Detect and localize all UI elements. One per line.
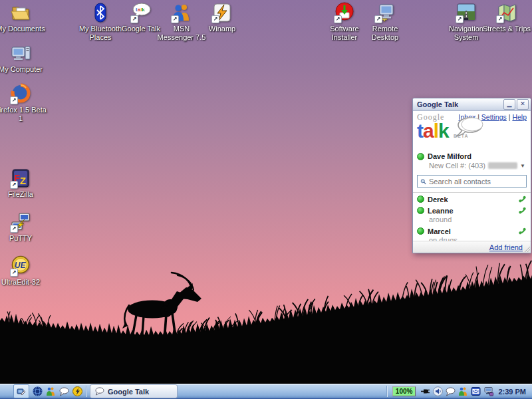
contact-row[interactable]: Leanne	[413, 204, 531, 215]
contact-row[interactable]: Marcel	[413, 225, 531, 236]
show-desktop-button[interactable]	[13, 384, 29, 398]
call-phone-icon[interactable]	[518, 227, 527, 235]
tray-divider	[386, 386, 387, 397]
shortcut-arrow-icon: ↗	[130, 15, 138, 23]
contact-name: Derek	[428, 196, 515, 203]
system-tray: 100%	[383, 386, 532, 397]
shortcut-arrow-icon: ↗	[211, 15, 219, 23]
contact-row[interactable]: Derek	[413, 193, 531, 204]
computer-icon	[10, 43, 31, 64]
desktop-icon-putty[interactable]: ↗ PuTTY	[0, 211, 47, 243]
speech-bubble-icon	[94, 387, 104, 396]
desktop-icon-remote-desktop[interactable]: ↗ Remote Desktop	[358, 2, 412, 42]
svg-text:Z: Z	[20, 175, 26, 186]
settings-link[interactable]: Settings	[481, 113, 507, 121]
battery-indicator[interactable]: 100%	[392, 386, 416, 396]
contact-list: Derek Leanne around Marcel on drugs kuci…	[413, 192, 531, 241]
self-status-area[interactable]: Dave Milford New Cell #: (403) ▼	[413, 151, 531, 174]
quick-launch-bar	[0, 384, 82, 398]
resize-grip[interactable]	[523, 245, 530, 252]
google-talk-quicklaunch-icon[interactable]	[59, 386, 69, 397]
shortcut-arrow-icon: ↗	[10, 225, 18, 233]
desktop-icon-ultraedit[interactable]: UE ↗ UltraEdit-32	[0, 255, 47, 287]
icon-label: Firefox 1.5 Beta 1	[0, 106, 47, 123]
search-icon	[420, 178, 426, 186]
search-input[interactable]	[429, 178, 523, 186]
icon-label: FileZilla	[0, 190, 47, 199]
presence-dot-online	[417, 227, 424, 235]
minimize-button[interactable]: ▁	[503, 99, 515, 110]
close-button[interactable]: ✕	[517, 99, 529, 110]
contact-search-box[interactable]	[417, 175, 527, 188]
bluetooth-icon	[90, 2, 111, 23]
status-dropdown-arrow-icon[interactable]: ▼	[520, 163, 525, 169]
speech-bubble-logo-icon	[453, 116, 485, 139]
presence-dot-online	[417, 196, 424, 203]
desktop-icon-filezilla[interactable]: F Z ↗ FileZilla	[0, 168, 47, 199]
remote-desktop-icon: ↗	[374, 2, 396, 23]
desktop-icon-my-computer[interactable]: My Computer	[0, 43, 47, 74]
contact-name: Marcel	[428, 227, 515, 235]
icon-label: My Computer	[0, 65, 47, 74]
desktop-icon-streets-trips[interactable]: ↗ Streets & Trips	[480, 2, 532, 33]
show-desktop-icon	[17, 387, 26, 396]
icon-label: PuTTY	[0, 234, 47, 243]
desktop-icon-my-documents[interactable]: My Documents	[0, 2, 47, 33]
call-phone-icon[interactable]	[518, 195, 527, 203]
power-plug-icon[interactable]	[420, 386, 430, 397]
presence-dot-online	[417, 207, 424, 214]
gtalk-header: Inbox | Settings | Help Google talk BETA	[413, 111, 531, 151]
shortcut-arrow-icon: ↗	[374, 15, 382, 23]
ultraedit-icon: UE ↗	[10, 255, 31, 277]
network-computers-icon[interactable]	[483, 386, 493, 397]
msn-messenger-tray-icon[interactable]	[458, 386, 468, 397]
shortcut-arrow-icon: ↗	[171, 15, 179, 23]
icon-label: Winamp	[196, 25, 249, 33]
self-status-text: New Cell #: (403)	[429, 162, 485, 170]
gtalk-bubble-icon: talk ↗	[130, 2, 152, 23]
contact-status: around	[413, 215, 531, 225]
taskbar: Google Talk 100%	[0, 384, 532, 399]
window-title: Google Talk	[417, 100, 502, 108]
shortcut-arrow-icon: ↗	[496, 15, 504, 23]
msn-people-icon: ↗	[171, 2, 192, 23]
help-link[interactable]: Help	[512, 113, 527, 121]
svg-text:talk: talk	[136, 7, 145, 13]
putty-icon: ↗	[10, 211, 31, 233]
shortcut-arrow-icon: ↗	[10, 181, 18, 189]
icon-label: Streets & Trips	[480, 25, 532, 33]
internet-globe-icon[interactable]	[32, 386, 43, 397]
taskbar-clock[interactable]: 2:39 PM	[498, 388, 526, 396]
google-talk-tray-icon[interactable]	[445, 386, 456, 397]
mail-tray-icon[interactable]	[470, 386, 481, 397]
redacted-phone-number	[488, 162, 517, 169]
shortcut-arrow-icon: ↗	[10, 269, 18, 277]
contact-name: Leanne	[428, 207, 515, 215]
icon-label: My Documents	[0, 25, 47, 33]
installer-icon: ↗	[334, 2, 355, 23]
gtalk-bottom-bar: Add friend	[413, 241, 531, 253]
msn-messenger-icon[interactable]	[45, 386, 56, 397]
shortcut-arrow-icon: ↗	[334, 15, 342, 23]
self-name: Dave Milford	[428, 152, 471, 160]
google-talk-window: Google Talk ▁ ✕ Inbox | Settings | Help …	[412, 98, 531, 253]
winamp-quicklaunch-icon[interactable]	[72, 386, 82, 397]
folder-documents-icon	[10, 2, 31, 23]
volume-icon[interactable]	[432, 386, 443, 397]
firefox-icon: ↗	[10, 83, 31, 104]
desktop-icon-winamp[interactable]: ↗ Winamp	[196, 2, 249, 33]
contact-status: on drugs	[413, 236, 531, 241]
window-titlebar[interactable]: Google Talk ▁ ✕	[413, 98, 531, 111]
shortcut-arrow-icon: ↗	[456, 15, 464, 23]
folded-map-icon: ↗	[496, 2, 517, 23]
icon-label: Remote Desktop	[358, 25, 412, 42]
add-friend-link[interactable]: Add friend	[489, 243, 523, 251]
filezilla-icon: F Z ↗	[10, 168, 31, 189]
shortcut-arrow-icon: ↗	[10, 96, 18, 104]
task-button-google-talk[interactable]: Google Talk	[90, 384, 178, 398]
presence-dot-online	[417, 153, 424, 160]
taskbar-divider	[86, 386, 86, 397]
task-button-label: Google Talk	[108, 388, 149, 396]
call-phone-icon[interactable]	[518, 206, 527, 215]
desktop-icon-firefox[interactable]: ↗ Firefox 1.5 Beta 1	[0, 83, 47, 123]
